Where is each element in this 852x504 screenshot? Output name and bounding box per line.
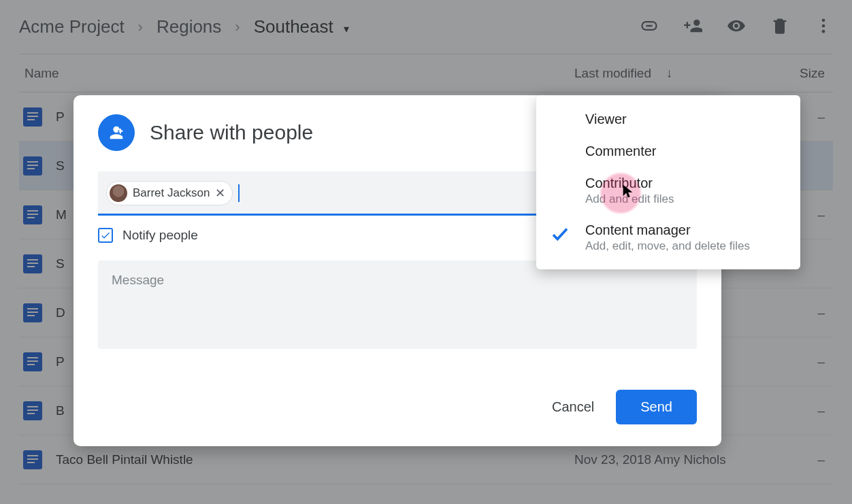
text-cursor xyxy=(238,184,240,202)
message-input[interactable]: Message xyxy=(98,261,697,349)
chip-label: Barret Jackson xyxy=(133,186,210,200)
role-option[interactable]: ContributorAdd and edit files xyxy=(536,167,800,214)
remove-chip-icon[interactable]: ✕ xyxy=(215,186,225,201)
role-label: Viewer xyxy=(585,112,627,127)
send-button[interactable]: Send xyxy=(616,390,697,424)
notify-label: Notify people xyxy=(122,228,198,243)
share-icon xyxy=(98,114,135,151)
role-option[interactable]: Commenter xyxy=(536,135,800,167)
role-dropdown: ViewerCommenterContributorAdd and edit f… xyxy=(536,95,800,269)
role-desc: Add and edit files xyxy=(585,192,674,206)
message-placeholder: Message xyxy=(112,273,164,287)
role-option[interactable]: Content managerAdd, edit, move, and dele… xyxy=(536,214,800,261)
avatar xyxy=(110,184,127,202)
cancel-button[interactable]: Cancel xyxy=(548,394,598,420)
dialog-title: Share with people xyxy=(150,121,313,144)
notify-checkbox[interactable] xyxy=(98,228,113,243)
role-option[interactable]: Viewer xyxy=(536,103,800,135)
role-label: Contributor xyxy=(585,175,674,191)
check-icon xyxy=(550,224,570,247)
role-desc: Add, edit, move, and delete files xyxy=(585,239,750,253)
role-label: Content manager xyxy=(585,222,750,238)
role-label: Commenter xyxy=(585,144,656,159)
person-chip[interactable]: Barret Jackson ✕ xyxy=(106,181,233,205)
